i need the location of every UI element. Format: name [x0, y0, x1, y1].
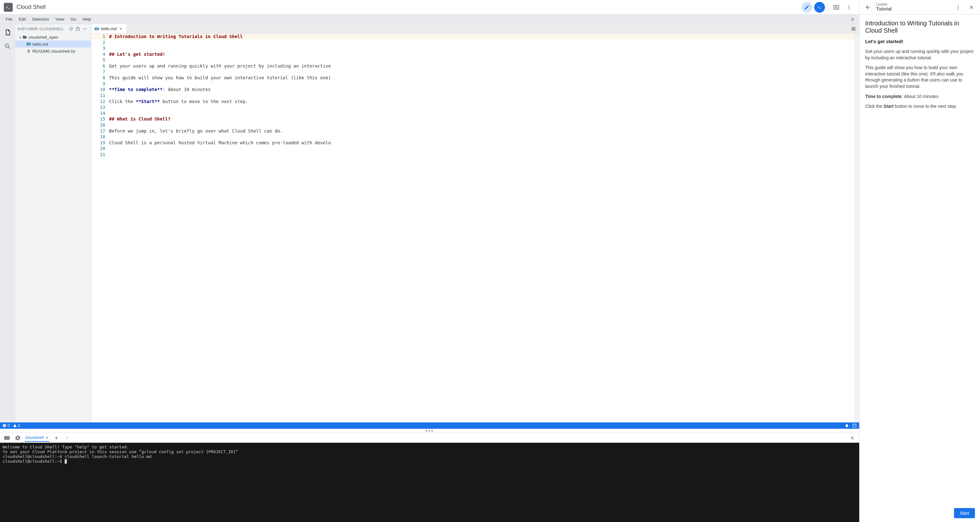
tutorial-subtitle: Let's get started! — [865, 39, 974, 44]
code-line[interactable]: 12Click the **Start** button to move to … — [91, 99, 859, 105]
collapse-all-icon[interactable] — [75, 25, 81, 32]
code-line[interactable]: 4## Let's get started! — [91, 51, 859, 57]
file-tree: ▸cloudshell_openhello.mdREADME-cloudshel… — [15, 33, 91, 54]
code-line[interactable]: 21 — [91, 151, 859, 158]
tutorial-more-button[interactable] — [953, 2, 964, 13]
open-in-new-window-button[interactable] — [831, 2, 842, 13]
tree-item[interactable]: ▸cloudshell_open — [15, 33, 91, 41]
editor-tab-hello[interactable]: M hello.md — [91, 24, 127, 33]
code-line[interactable]: 6Get your users up and running quickly w… — [91, 63, 859, 69]
open-terminal-button[interactable] — [814, 2, 825, 13]
terminal-cursor — [65, 459, 67, 464]
tutorial-start-button[interactable]: Start — [954, 508, 975, 518]
tutorial-body: Introduction to Writing Tutorials in Clo… — [859, 14, 980, 504]
terminal-close[interactable] — [848, 434, 856, 442]
code-line[interactable]: 15## What is Cloud Shell? — [91, 116, 859, 122]
tree-item-label: README-cloudshell.txt — [32, 49, 75, 54]
code-line[interactable]: 14 — [91, 110, 859, 116]
terminal-add-menu[interactable] — [64, 434, 71, 442]
editor-minimap[interactable] — [854, 33, 859, 422]
code-line[interactable]: 1# Introduction to Writing Tutorials in … — [91, 33, 859, 40]
code-line[interactable]: 19Cloud Shell is a personal hosted Virtu… — [91, 140, 859, 146]
more-menu-button[interactable] — [844, 2, 854, 13]
code-line[interactable]: 17Before we jump in, let's briefly go ov… — [91, 128, 859, 134]
refresh-icon[interactable] — [68, 25, 75, 32]
file-icon — [26, 49, 31, 53]
tutorial-close-button[interactable] — [966, 2, 977, 13]
svg-rect-6 — [26, 43, 31, 45]
code-line[interactable]: 16 — [91, 122, 859, 128]
keyboard-icon[interactable] — [3, 434, 11, 442]
code-line[interactable]: 20 — [91, 146, 859, 151]
code-line[interactable]: 2 — [91, 40, 859, 46]
explorer-activity-button[interactable] — [3, 27, 13, 37]
menu-go[interactable]: Go — [68, 16, 79, 23]
tutorial-title: Introduction to Writing Tutorials in Clo… — [865, 20, 974, 34]
tutorial-p1: Get your users up and running quickly wi… — [865, 49, 974, 61]
explorer-more-icon[interactable] — [81, 25, 89, 32]
code-line[interactable]: 3 — [91, 45, 859, 51]
code-line[interactable]: 5 — [91, 57, 859, 63]
menu-file[interactable]: File — [3, 16, 16, 23]
drag-dots-icon: ●●● — [425, 429, 434, 433]
cloud-shell-logo — [4, 3, 13, 12]
terminal-add-tab[interactable] — [52, 434, 60, 442]
tutorial-name: Tutorial — [876, 6, 891, 12]
explorer-panel: EXPLORER: CLOUDSHELL ▸cloudshell_openhel… — [15, 24, 91, 422]
folder-icon — [22, 35, 27, 39]
app-title: Cloud Shell — [16, 4, 46, 11]
markdown-file-icon — [26, 43, 31, 46]
explorer-title: EXPLORER: CLOUDSHELL — [18, 27, 68, 31]
code-line[interactable]: 8This guide will show you how to build y… — [91, 75, 859, 81]
menu-selection[interactable]: Selection — [29, 16, 52, 23]
svg-point-11 — [958, 7, 959, 8]
tree-item[interactable]: README-cloudshell.txt — [15, 48, 91, 54]
svg-point-4 — [85, 29, 85, 29]
code-line[interactable]: 9 — [91, 81, 859, 87]
code-line[interactable]: 10**Time to complete**: About 10 minutes — [91, 87, 859, 92]
app-bar: Cloud Shell — [0, 0, 859, 14]
editor-main: M hello.md 1# Introduction to Wr — [91, 24, 859, 422]
open-editor-button[interactable] — [802, 2, 812, 13]
code-line[interactable]: 18 — [91, 134, 859, 140]
menu-edit[interactable]: Edit — [16, 16, 29, 23]
menu-view[interactable]: View — [52, 16, 68, 23]
svg-point-10 — [958, 5, 959, 6]
tutorial-p2: This guide will show you how to build yo… — [865, 65, 974, 89]
status-notifications-icon[interactable] — [845, 423, 849, 428]
svg-point-2 — [849, 8, 850, 9]
code-line[interactable]: 13 — [91, 104, 859, 110]
terminal-tab-close[interactable] — [45, 436, 49, 439]
tree-item[interactable]: hello.md — [15, 41, 91, 48]
code-line[interactable]: 11 — [91, 92, 859, 99]
editor-tab-close[interactable] — [118, 26, 123, 32]
close-editor-button[interactable] — [848, 15, 857, 24]
toolbar-divider — [828, 3, 828, 12]
search-activity-button[interactable] — [3, 41, 13, 51]
chevron-right-icon: ▸ — [18, 35, 22, 39]
svg-point-0 — [849, 5, 850, 6]
tutorial-back-button[interactable] — [863, 2, 873, 13]
terminal-body[interactable]: Welcome to Cloud Shell! Type "help" to g… — [0, 443, 859, 522]
svg-text:M: M — [96, 28, 98, 30]
outline-toggle-icon[interactable] — [850, 25, 857, 33]
tree-item-label: cloudshell_open — [29, 35, 58, 40]
terminal-settings-icon[interactable] — [14, 434, 22, 442]
editor-body[interactable]: 1# Introduction to Writing Tutorials in … — [91, 33, 859, 422]
panel-resize-handle[interactable]: ●●● — [0, 429, 859, 433]
svg-point-5 — [86, 29, 87, 29]
editor-tabbar: M hello.md — [91, 24, 859, 33]
tutorial-footer: Start — [859, 504, 980, 522]
status-layout-icon[interactable] — [852, 423, 857, 428]
menu-bar: File Edit Selection View Go Help — [0, 14, 859, 24]
terminal-line: To set your Cloud Platform project in th… — [3, 449, 857, 454]
status-errors[interactable]: 0 — [3, 423, 10, 428]
terminal-tab[interactable]: cloudshell — [25, 434, 49, 442]
terminal-line: cloudshell@cloudshell:~$ — [3, 459, 857, 464]
menu-help[interactable]: Help — [79, 16, 94, 23]
status-bar: 0 0 — [0, 422, 859, 429]
code-line[interactable]: 7 — [91, 69, 859, 75]
svg-point-12 — [958, 8, 959, 9]
activity-bar — [0, 24, 15, 422]
status-warnings[interactable]: 0 — [13, 423, 20, 428]
